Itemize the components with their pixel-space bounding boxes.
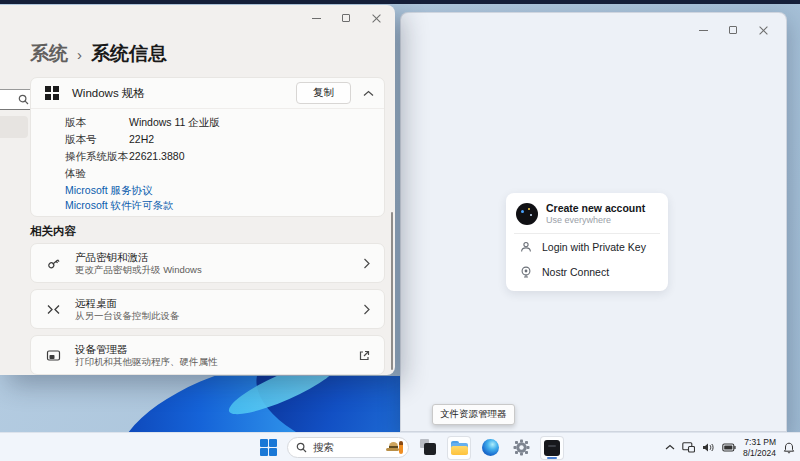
- edge-button[interactable]: [478, 436, 502, 460]
- edge-icon: [482, 439, 499, 456]
- settings-window: 系统 › 系统信息 Windows 规格 复制 版本 Windows 11 企业…: [0, 5, 395, 375]
- taskbar-search[interactable]: 搜索: [287, 437, 409, 458]
- gear-icon: [513, 439, 530, 456]
- task-view-icon: [420, 439, 437, 456]
- create-account-option[interactable]: Create new account Use everywhere: [516, 202, 658, 225]
- start-button[interactable]: [256, 436, 280, 460]
- taskbar: 搜索: [0, 432, 800, 461]
- search-icon: [18, 94, 29, 105]
- remote-desktop-item[interactable]: 远程桌面 从另一台设备控制此设备: [30, 289, 385, 329]
- create-account-subtitle: Use everywhere: [546, 215, 645, 226]
- close-button[interactable]: [748, 21, 778, 39]
- chevron-right-icon: [363, 258, 370, 269]
- minimize-icon: [312, 18, 321, 19]
- remote-desktop-icon: [45, 301, 62, 318]
- spec-row-version: 版本 Windows 11 企业版: [65, 116, 384, 133]
- breadcrumb-system[interactable]: 系统: [30, 41, 68, 67]
- nostr-connect-label: Nostr Connect: [542, 266, 609, 278]
- cast-display-icon[interactable]: [682, 442, 695, 453]
- login-options-card: Create new account Use everywhere Login …: [506, 193, 668, 291]
- software-license-link[interactable]: Microsoft 软件许可条款: [65, 199, 384, 214]
- maximize-button[interactable]: [331, 9, 361, 27]
- file-explorer-icon: [451, 441, 468, 455]
- breadcrumb-separator: ›: [77, 45, 82, 63]
- device-manager-icon: [45, 347, 62, 364]
- minimize-button[interactable]: [301, 9, 331, 27]
- minimize-button[interactable]: [688, 21, 718, 39]
- sidebar-selected-item[interactable]: [0, 116, 28, 138]
- person-icon: [519, 241, 533, 253]
- login-private-key-label: Login with Private Key: [542, 241, 646, 253]
- window-controls: [688, 21, 778, 39]
- spec-row-experience: 体验: [65, 167, 384, 184]
- close-button[interactable]: [361, 9, 391, 27]
- hidden-icons-chevron[interactable]: [665, 444, 675, 451]
- maximize-icon: [729, 26, 737, 34]
- nostr-app-icon: [544, 440, 560, 456]
- chevron-up-icon[interactable]: [363, 90, 374, 97]
- settings-search-input[interactable]: [0, 89, 34, 110]
- breadcrumb: 系统 › 系统信息: [30, 41, 167, 67]
- active-app-indicator: [547, 457, 557, 459]
- nostr-connect-option[interactable]: Nostr Connect: [516, 259, 658, 284]
- maximize-button[interactable]: [718, 21, 748, 39]
- maximize-icon: [342, 14, 350, 22]
- close-icon: [372, 14, 381, 23]
- volume-icon[interactable]: [702, 442, 715, 453]
- chevron-right-icon: [363, 304, 370, 315]
- page-title: 系统信息: [91, 41, 167, 67]
- services-agreement-link[interactable]: Microsoft 服务协议: [65, 184, 384, 199]
- windows-logo-icon: [45, 86, 59, 100]
- file-explorer-tooltip: 文件资源管理器: [432, 404, 515, 425]
- close-icon: [759, 26, 768, 35]
- related-content-title: 相关内容: [30, 224, 76, 239]
- scrollbar-thumb[interactable]: [391, 212, 393, 370]
- notifications-bell-icon[interactable]: [783, 442, 795, 454]
- nostr-app-button[interactable]: [540, 436, 564, 460]
- connect-icon: [519, 266, 533, 278]
- spec-row-os-build: 操作系统版本 22621.3880: [65, 150, 384, 167]
- taskbar-clock[interactable]: 7:31 PM 8/1/2024: [743, 437, 776, 457]
- nostr-avatar: [516, 203, 538, 225]
- create-account-label: Create new account: [546, 202, 645, 215]
- product-key-activation-item[interactable]: 产品密钥和激活 更改产品密钥或升级 Windows: [30, 243, 385, 283]
- clock-time: 7:31 PM: [743, 437, 776, 447]
- windows-specs-card: Windows 规格 复制 版本 Windows 11 企业版 版本号 22H2…: [30, 77, 385, 217]
- window-controls: [301, 9, 391, 27]
- device-manager-item[interactable]: 设备管理器 打印机和其他驱动程序、硬件属性: [30, 335, 385, 375]
- external-link-icon: [359, 350, 370, 361]
- windows-start-icon: [260, 439, 277, 456]
- clock-date: 8/1/2024: [743, 448, 776, 458]
- specs-card-title: Windows 规格: [72, 86, 296, 101]
- minimize-icon: [699, 30, 708, 31]
- spec-row-version-number: 版本号 22H2: [65, 133, 384, 150]
- copy-button[interactable]: 复制: [296, 82, 351, 104]
- key-icon: [45, 255, 62, 272]
- login-private-key-option[interactable]: Login with Private Key: [516, 234, 658, 259]
- battery-icon[interactable]: [722, 443, 736, 452]
- search-placeholder: 搜索: [313, 441, 386, 455]
- search-highlight-icon[interactable]: [386, 441, 403, 454]
- desktop-top-strip: [0, 0, 800, 4]
- task-view-button[interactable]: [416, 436, 440, 460]
- settings-button[interactable]: [509, 436, 533, 460]
- file-explorer-button[interactable]: [447, 436, 471, 460]
- wallpaper-bloom: [104, 376, 400, 432]
- search-icon: [296, 442, 307, 453]
- nostr-app-window: Create new account Use everywhere Login …: [400, 12, 787, 432]
